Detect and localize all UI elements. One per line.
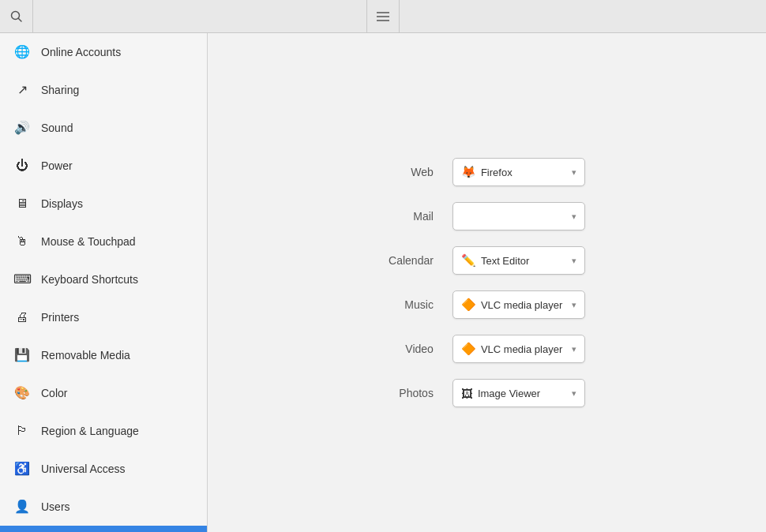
sidebar-item-default-applications[interactable]: ★Default Applications xyxy=(0,526,207,532)
calendar-app-icon: ✏️ xyxy=(461,253,476,268)
mail-chevron-icon: ▾ xyxy=(572,212,576,222)
web-label: Web xyxy=(389,166,440,178)
calendar-app-name: Text Editor xyxy=(481,255,569,267)
calendar-dropdown[interactable]: ✏️Text Editor▾ xyxy=(452,246,585,275)
music-app-name: VLC media player xyxy=(481,299,569,311)
mail-dropdown[interactable]: ▾ xyxy=(452,202,585,230)
removable-media-icon: 💾 xyxy=(13,347,32,362)
photos-label: Photos xyxy=(389,387,440,399)
sidebar-item-power[interactable]: ⏻Power xyxy=(0,147,207,185)
sidebar-item-printers[interactable]: 🖨Printers xyxy=(0,298,207,336)
close-button[interactable] xyxy=(733,0,766,33)
music-dropdown[interactable]: 🔶VLC media player▾ xyxy=(452,290,585,319)
web-app-icon: 🦊 xyxy=(461,165,476,179)
sidebar-item-universal-access[interactable]: ♿Universal Access xyxy=(0,450,207,488)
web-app-name: Firefox xyxy=(481,167,569,178)
power-icon: ⏻ xyxy=(13,159,32,173)
sidebar-item-keyboard-shortcuts[interactable]: ⌨Keyboard Shortcuts xyxy=(0,260,207,298)
content-area: Web🦊Firefox▾Mail▾Calendar✏️Text Editor▾M… xyxy=(208,33,766,532)
web-chevron-icon: ▾ xyxy=(572,167,576,178)
sidebar-item-color[interactable]: 🎨Color xyxy=(0,374,207,412)
sidebar-item-sharing[interactable]: ↗Sharing xyxy=(0,71,207,109)
menu-button[interactable] xyxy=(366,0,400,33)
users-icon: 👤 xyxy=(13,499,32,514)
web-dropdown[interactable]: 🦊Firefox▾ xyxy=(452,158,585,186)
sidebar-item-label-universal-access: Universal Access xyxy=(41,463,126,475)
sidebar-item-mouse-touchpad[interactable]: 🖱Mouse & Touchpad xyxy=(0,223,207,260)
settings-grid: Web🦊Firefox▾Mail▾Calendar✏️Text Editor▾M… xyxy=(389,158,585,407)
mail-label: Mail xyxy=(389,210,440,223)
mouse-touchpad-icon: 🖱 xyxy=(13,234,32,249)
sidebar-item-region-language[interactable]: 🏳Region & Language xyxy=(0,412,207,450)
keyboard-shortcuts-icon: ⌨ xyxy=(13,272,32,287)
music-chevron-icon: ▾ xyxy=(572,300,576,310)
sidebar-item-online-accounts[interactable]: 🌐Online Accounts xyxy=(0,33,207,71)
music-label: Music xyxy=(389,298,440,311)
sidebar-item-label-region-language: Region & Language xyxy=(41,425,139,437)
printers-icon: 🖨 xyxy=(13,310,32,324)
sidebar-item-label-displays: Displays xyxy=(41,197,83,210)
search-button[interactable] xyxy=(0,0,33,33)
photos-dropdown[interactable]: 🖼Image Viewer▾ xyxy=(452,379,585,407)
sidebar-item-label-online-accounts: Online Accounts xyxy=(41,46,121,58)
photos-app-icon: 🖼 xyxy=(461,387,473,400)
video-dropdown[interactable]: 🔶VLC media player▾ xyxy=(452,335,585,363)
svg-line-1 xyxy=(18,18,21,21)
online-accounts-icon: 🌐 xyxy=(13,44,32,59)
video-app-icon: 🔶 xyxy=(461,342,476,356)
titlebar xyxy=(0,0,766,33)
calendar-label: Calendar xyxy=(389,254,440,267)
sidebar: 🌐Online Accounts↗Sharing🔊Sound⏻Power🖥Dis… xyxy=(0,33,208,532)
music-app-icon: 🔶 xyxy=(461,298,476,312)
calendar-chevron-icon: ▾ xyxy=(572,256,576,266)
color-icon: 🎨 xyxy=(13,385,32,400)
region-language-icon: 🏳 xyxy=(13,424,32,438)
sidebar-item-removable-media[interactable]: 💾Removable Media xyxy=(0,336,207,374)
sharing-icon: ↗ xyxy=(13,82,32,97)
sidebar-item-label-mouse-touchpad: Mouse & Touchpad xyxy=(41,235,136,248)
hamburger-icon xyxy=(377,11,389,22)
sidebar-item-label-sharing: Sharing xyxy=(41,84,79,96)
video-chevron-icon: ▾ xyxy=(572,344,576,354)
video-label: Video xyxy=(389,343,440,355)
sidebar-item-label-users: Users xyxy=(41,500,70,513)
sidebar-item-label-power: Power xyxy=(41,159,73,172)
sidebar-item-label-sound: Sound xyxy=(41,122,73,134)
sidebar-item-label-keyboard-shortcuts: Keyboard Shortcuts xyxy=(41,273,138,286)
sound-icon: 🔊 xyxy=(13,120,32,135)
sidebar-item-label-removable-media: Removable Media xyxy=(41,349,130,362)
displays-icon: 🖥 xyxy=(13,197,32,211)
main-container: 🌐Online Accounts↗Sharing🔊Sound⏻Power🖥Dis… xyxy=(0,33,766,532)
sidebar-item-label-color: Color xyxy=(41,387,67,399)
photos-chevron-icon: ▾ xyxy=(572,388,576,399)
sidebar-item-label-printers: Printers xyxy=(41,311,79,324)
video-app-name: VLC media player xyxy=(481,343,569,355)
universal-access-icon: ♿ xyxy=(13,461,32,476)
sidebar-item-users[interactable]: 👤Users xyxy=(0,488,207,526)
sidebar-item-displays[interactable]: 🖥Displays xyxy=(0,185,207,223)
sidebar-item-sound[interactable]: 🔊Sound xyxy=(0,109,207,147)
search-icon xyxy=(10,10,23,23)
photos-app-name: Image Viewer xyxy=(478,388,569,399)
